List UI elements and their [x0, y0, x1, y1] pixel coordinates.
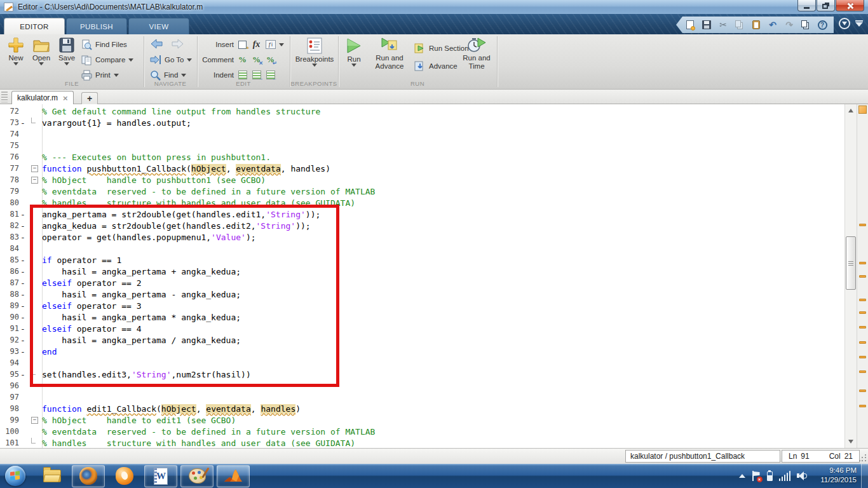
back-arrow-icon[interactable] [150, 38, 164, 50]
code-line[interactable]: 99% hObject handle to edit1 (see GCBO) [0, 414, 845, 426]
indent-left-icon[interactable]: ← [265, 70, 276, 81]
new-dropdown-arrow[interactable] [13, 62, 18, 65]
warning-tick-icon[interactable] [859, 341, 866, 344]
resize-grip[interactable] [859, 454, 867, 462]
print-button[interactable]: Print [81, 69, 119, 81]
taskbar-firefox[interactable] [72, 465, 105, 487]
message-summary-icon[interactable] [858, 105, 867, 114]
code-line[interactable]: 78% hObject handle to pushbutton1 (see G… [0, 174, 845, 186]
document-tab-kalkulator[interactable]: kalkulator.m × [11, 91, 74, 104]
taskbar-clock[interactable]: 9:46 PM 11/29/2015 [810, 466, 857, 485]
fold-toggle-icon[interactable] [27, 165, 42, 172]
warning-tick-icon[interactable] [859, 356, 866, 358]
dock-grip[interactable] [1, 92, 8, 102]
paste-icon[interactable] [750, 18, 763, 31]
volume-icon[interactable] [797, 471, 807, 480]
save-dropdown-arrow[interactable] [64, 62, 69, 65]
run-and-time-button[interactable]: Run and Time [459, 37, 494, 71]
warning-tick-icon[interactable] [859, 311, 866, 314]
tab-close-icon[interactable]: × [63, 93, 68, 103]
taskbar-word[interactable] [144, 465, 177, 487]
start-button[interactable] [5, 466, 25, 486]
goto-dropdown-arrow[interactable] [187, 58, 192, 62]
code-line[interactable]: 72% Get default command line output from… [0, 105, 845, 117]
wrap-comments-icon[interactable]: %↵ [265, 55, 276, 65]
code-line[interactable]: 75 [0, 140, 845, 151]
insert-dropdown-arrow[interactable] [279, 43, 284, 46]
scrollbar-thumb[interactable] [846, 236, 856, 290]
warning-tick-icon[interactable] [859, 390, 866, 392]
save-button[interactable]: Save [55, 37, 79, 65]
tab-view[interactable]: VIEW [128, 18, 189, 34]
warning-tick-icon[interactable] [859, 224, 866, 226]
open-button[interactable]: Open [29, 37, 53, 65]
run-button[interactable]: Run [342, 37, 366, 67]
run-and-advance-button[interactable]: Run and Advance [370, 37, 409, 71]
fold-toggle-icon[interactable] [27, 417, 42, 424]
warning-tick-icon[interactable] [859, 275, 866, 278]
tab-editor[interactable]: EDITOR [4, 18, 65, 34]
taskbar-paint[interactable] [180, 465, 214, 487]
scroll-down-icon[interactable] [846, 437, 855, 446]
close-button[interactable] [836, 0, 864, 11]
restore-button[interactable] [817, 0, 835, 11]
new-button[interactable]: New [4, 37, 28, 65]
redo-icon[interactable]: ↷ [783, 18, 796, 31]
minimize-button[interactable] [797, 0, 816, 11]
collapse-ribbon-icon[interactable] [855, 20, 863, 27]
save-icon[interactable] [700, 18, 713, 31]
code-editor[interactable]: 72% Get default command line output from… [0, 104, 868, 448]
print-dropdown-arrow[interactable] [114, 74, 119, 77]
advance-button[interactable]: Advance [414, 60, 458, 72]
run-dropdown-arrow[interactable] [351, 64, 356, 67]
undo-icon[interactable]: ↶ [766, 18, 779, 31]
code-line[interactable]: 97 [0, 391, 845, 403]
breakpoints-dropdown-arrow[interactable] [312, 64, 317, 67]
warning-tick-icon[interactable] [859, 370, 866, 373]
code-line[interactable]: 98function edit1_Callback(hObject, event… [0, 403, 845, 414]
taskbar-explorer[interactable] [36, 465, 69, 487]
show-desktop-button[interactable] [861, 464, 868, 488]
find-files-button[interactable]: Find Files [81, 38, 127, 51]
new-script-icon[interactable] [684, 18, 696, 31]
code-line[interactable]: 77function pushbutton1_Callback(hObject,… [0, 163, 845, 174]
network-icon[interactable] [779, 471, 791, 481]
code-line[interactable]: 74 [0, 128, 845, 140]
open-dropdown-arrow[interactable] [39, 62, 44, 65]
insert-block-icon[interactable]: ƒi [265, 39, 276, 50]
action-center-icon[interactable]: × [752, 471, 761, 481]
warning-tick-icon[interactable] [859, 405, 866, 407]
breakpoints-button[interactable]: Breakpoints [294, 37, 336, 67]
comment-icon[interactable]: % [237, 55, 248, 65]
vertical-scrollbar[interactable] [844, 104, 857, 448]
compare-button[interactable]: Compare [81, 53, 133, 66]
compare-dropdown-arrow[interactable] [128, 58, 133, 62]
indent-right-icon[interactable]: → [251, 70, 262, 81]
insert-function-icon[interactable]: fx [251, 39, 262, 50]
forward-arrow-icon[interactable] [170, 38, 184, 50]
find-button[interactable]: Find [150, 69, 186, 81]
battery-icon[interactable] [767, 471, 773, 481]
taskbar-gom-player[interactable] [108, 465, 141, 487]
hidden-icons-icon[interactable] [739, 474, 745, 478]
new-document-tab[interactable]: + [81, 92, 98, 104]
tab-publish[interactable]: PUBLISH [66, 18, 127, 34]
warning-tick-icon[interactable] [859, 299, 866, 301]
insert-section-icon[interactable]: + [237, 39, 248, 50]
code-line[interactable]: 76% --- Executes on button press in push… [0, 151, 845, 163]
fold-toggle-icon[interactable] [27, 177, 42, 184]
code-line[interactable]: 101% handles structure with handles and … [0, 437, 845, 448]
message-bar[interactable] [857, 104, 868, 448]
warning-tick-icon[interactable] [859, 262, 866, 264]
warning-tick-icon[interactable] [859, 326, 866, 329]
help-icon[interactable]: ? [816, 18, 829, 31]
window-layout-icon[interactable] [799, 18, 812, 31]
find-dropdown-arrow[interactable] [181, 74, 186, 77]
dropdown-circle-icon[interactable] [839, 18, 850, 29]
copy-icon[interactable] [733, 18, 746, 31]
code-line[interactable]: 100% eventdata reserved - to be defined … [0, 426, 845, 437]
cut-icon[interactable]: ✂ [717, 18, 729, 31]
smart-indent-icon[interactable] [237, 70, 248, 81]
code-line[interactable]: 73-varargout{1} = handles.output; [0, 117, 845, 128]
uncomment-icon[interactable]: %✕ [251, 55, 262, 65]
